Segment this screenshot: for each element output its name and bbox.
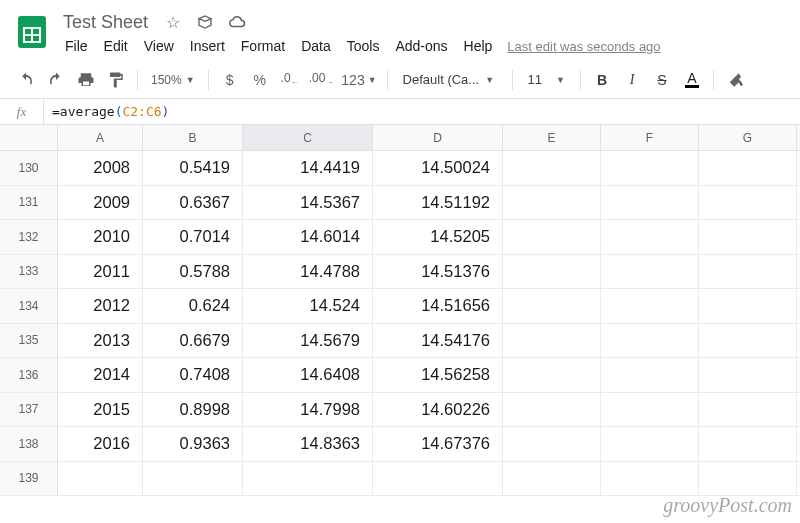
cell[interactable] bbox=[601, 393, 699, 427]
cell[interactable] bbox=[503, 186, 601, 220]
cell[interactable]: 2015 bbox=[58, 393, 143, 427]
cell[interactable]: 14.8363 bbox=[243, 427, 373, 461]
cell[interactable]: 14.60226 bbox=[373, 393, 503, 427]
menu-file[interactable]: File bbox=[58, 35, 95, 57]
print-button[interactable] bbox=[72, 66, 100, 94]
cell[interactable]: 2011 bbox=[58, 255, 143, 289]
cell[interactable] bbox=[373, 462, 503, 496]
cell[interactable]: 0.6367 bbox=[143, 186, 243, 220]
cell[interactable] bbox=[503, 427, 601, 461]
cell[interactable]: 0.7014 bbox=[143, 220, 243, 254]
cell[interactable]: 14.4419 bbox=[243, 151, 373, 185]
column-header-D[interactable]: D bbox=[373, 125, 503, 150]
cell[interactable]: 14.5205 bbox=[373, 220, 503, 254]
menu-help[interactable]: Help bbox=[457, 35, 500, 57]
cell[interactable] bbox=[699, 289, 797, 323]
cell[interactable] bbox=[699, 393, 797, 427]
cell[interactable]: 2010 bbox=[58, 220, 143, 254]
row-header[interactable]: 139 bbox=[0, 462, 58, 496]
cell[interactable]: 2016 bbox=[58, 427, 143, 461]
cell[interactable] bbox=[601, 358, 699, 392]
cell[interactable]: 0.8998 bbox=[143, 393, 243, 427]
cloud-status-icon[interactable] bbox=[227, 12, 247, 32]
cell[interactable] bbox=[699, 427, 797, 461]
cell[interactable] bbox=[143, 462, 243, 496]
cell[interactable] bbox=[601, 255, 699, 289]
menu-addons[interactable]: Add-ons bbox=[388, 35, 454, 57]
cell[interactable]: 14.7998 bbox=[243, 393, 373, 427]
undo-button[interactable] bbox=[12, 66, 40, 94]
column-header-G[interactable]: G bbox=[699, 125, 797, 150]
cell[interactable]: 0.7408 bbox=[143, 358, 243, 392]
redo-button[interactable] bbox=[42, 66, 70, 94]
cell[interactable] bbox=[699, 462, 797, 496]
strikethrough-button[interactable]: S bbox=[648, 66, 676, 94]
row-header[interactable]: 132 bbox=[0, 220, 58, 254]
row-header[interactable]: 130 bbox=[0, 151, 58, 185]
cell[interactable] bbox=[601, 220, 699, 254]
decrease-decimal-button[interactable]: .0← bbox=[276, 66, 304, 94]
cell[interactable]: 0.5788 bbox=[143, 255, 243, 289]
cell[interactable]: 2009 bbox=[58, 186, 143, 220]
format-percent-button[interactable]: % bbox=[246, 66, 274, 94]
format-currency-button[interactable]: $ bbox=[216, 66, 244, 94]
cell[interactable]: 0.5419 bbox=[143, 151, 243, 185]
column-header-C[interactable]: C bbox=[243, 125, 373, 150]
cell[interactable]: 14.56258 bbox=[373, 358, 503, 392]
zoom-select[interactable]: 150%▼ bbox=[145, 73, 201, 87]
cell[interactable] bbox=[601, 186, 699, 220]
italic-button[interactable]: I bbox=[618, 66, 646, 94]
row-header[interactable]: 134 bbox=[0, 289, 58, 323]
cell[interactable]: 14.6014 bbox=[243, 220, 373, 254]
cell[interactable] bbox=[699, 255, 797, 289]
cell[interactable] bbox=[699, 220, 797, 254]
cell[interactable]: 14.4788 bbox=[243, 255, 373, 289]
cell[interactable]: 2013 bbox=[58, 324, 143, 358]
move-icon[interactable] bbox=[195, 12, 215, 32]
bold-button[interactable]: B bbox=[588, 66, 616, 94]
cell[interactable] bbox=[699, 186, 797, 220]
row-header[interactable]: 137 bbox=[0, 393, 58, 427]
cell[interactable]: 14.51656 bbox=[373, 289, 503, 323]
increase-decimal-button[interactable]: .00→ bbox=[306, 66, 337, 94]
row-header[interactable]: 131 bbox=[0, 186, 58, 220]
last-edit-link[interactable]: Last edit was seconds ago bbox=[507, 39, 660, 54]
cell[interactable]: 2014 bbox=[58, 358, 143, 392]
cell[interactable] bbox=[503, 151, 601, 185]
star-icon[interactable]: ☆ bbox=[163, 12, 183, 32]
spreadsheet-grid[interactable]: ABCDEFG 13020080.541914.441914.500241312… bbox=[0, 125, 800, 496]
menu-format[interactable]: Format bbox=[234, 35, 292, 57]
cell[interactable] bbox=[243, 462, 373, 496]
cell[interactable]: 0.9363 bbox=[143, 427, 243, 461]
cell[interactable] bbox=[699, 151, 797, 185]
cell[interactable]: 14.524 bbox=[243, 289, 373, 323]
cell[interactable]: 2012 bbox=[58, 289, 143, 323]
font-select[interactable]: Default (Ca...▼ bbox=[395, 72, 505, 87]
menu-edit[interactable]: Edit bbox=[97, 35, 135, 57]
cell[interactable]: 14.67376 bbox=[373, 427, 503, 461]
column-header-B[interactable]: B bbox=[143, 125, 243, 150]
column-header-F[interactable]: F bbox=[601, 125, 699, 150]
cell[interactable] bbox=[503, 462, 601, 496]
cell[interactable]: 14.51192 bbox=[373, 186, 503, 220]
cell[interactable] bbox=[601, 462, 699, 496]
cell[interactable]: 14.6408 bbox=[243, 358, 373, 392]
column-header-A[interactable]: A bbox=[58, 125, 143, 150]
cell[interactable] bbox=[503, 324, 601, 358]
menu-tools[interactable]: Tools bbox=[340, 35, 387, 57]
sheets-logo-icon[interactable] bbox=[12, 12, 52, 52]
row-header[interactable]: 136 bbox=[0, 358, 58, 392]
text-color-button[interactable]: A bbox=[678, 66, 706, 94]
cell[interactable] bbox=[503, 358, 601, 392]
row-header[interactable]: 135 bbox=[0, 324, 58, 358]
menu-insert[interactable]: Insert bbox=[183, 35, 232, 57]
document-title[interactable]: Test Sheet bbox=[58, 10, 153, 35]
more-formats-button[interactable]: 123▼ bbox=[338, 66, 379, 94]
cell[interactable] bbox=[58, 462, 143, 496]
menu-data[interactable]: Data bbox=[294, 35, 338, 57]
row-header[interactable]: 133 bbox=[0, 255, 58, 289]
row-header[interactable]: 138 bbox=[0, 427, 58, 461]
cell[interactable] bbox=[503, 393, 601, 427]
cell[interactable]: 14.54176 bbox=[373, 324, 503, 358]
cell[interactable] bbox=[699, 358, 797, 392]
